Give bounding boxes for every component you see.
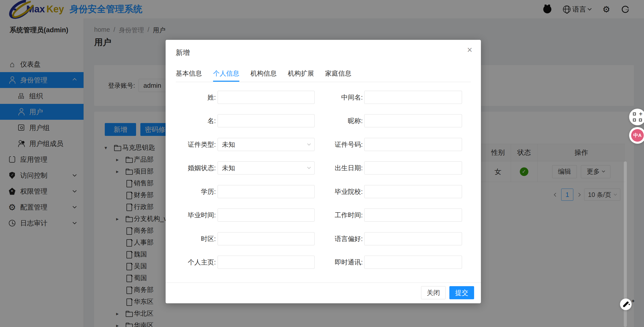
education-label: 学历:: [171, 187, 216, 196]
chevron-down-icon: [307, 142, 311, 145]
instant-messaging-input[interactable]: [365, 256, 462, 269]
id-number-label: 证件号码:: [317, 140, 363, 149]
tab-family-info[interactable]: 家庭信息: [325, 66, 351, 82]
first-name-input[interactable]: [218, 114, 314, 127]
work-start-label: 工作时间:: [317, 211, 363, 220]
modal-header: 新增 ×: [166, 40, 481, 65]
modal-title: 新增: [176, 48, 190, 57]
graduate-date-label: 毕业时间:: [171, 211, 216, 220]
marital-status-select[interactable]: 未知: [218, 162, 314, 174]
birth-date-label: 出生日期:: [317, 164, 363, 172]
tab-basic-info[interactable]: 基本信息: [176, 66, 202, 82]
apps-sparkle-icon: +: [633, 112, 642, 122]
graduate-school-label: 毕业院校:: [317, 187, 363, 196]
id-type-select[interactable]: 未知: [218, 138, 314, 151]
nickname-input[interactable]: [365, 114, 462, 127]
form-row: 婚姻状态: 未知 出生日期:: [166, 161, 481, 174]
add-user-modal: 新增 × 基本信息 个人信息 机构信息 机构扩展 家庭信息 姓: 中间名: 名:…: [166, 40, 481, 303]
education-input[interactable]: [218, 185, 314, 198]
middle-name-label: 中间名:: [317, 93, 363, 102]
close-icon[interactable]: ×: [467, 45, 472, 54]
form-row: 个人主页: 即时通讯:: [166, 256, 481, 269]
translate-button[interactable]: 中A: [629, 127, 644, 144]
last-name-label: 姓:: [171, 93, 216, 102]
form-row: 时区: 语言偏好:: [166, 232, 481, 245]
id-type-label: 证件类型:: [171, 140, 216, 149]
modal-submit-button[interactable]: 提交: [449, 286, 474, 299]
graduate-school-input[interactable]: [365, 185, 462, 198]
form-row: 姓: 中间名:: [166, 91, 481, 104]
form-row: 毕业时间: 工作时间:: [166, 209, 481, 222]
id-number-input[interactable]: [365, 138, 462, 151]
modal-close-button[interactable]: 关闭: [421, 286, 446, 299]
last-name-input[interactable]: [218, 91, 314, 104]
locale-input[interactable]: [365, 232, 462, 245]
form-row: 证件类型: 未知 证件号码:: [166, 138, 481, 151]
tab-org-extension[interactable]: 机构扩展: [288, 66, 314, 82]
nickname-label: 昵称:: [317, 116, 363, 125]
first-name-label: 名:: [171, 116, 216, 125]
homepage-label: 个人主页:: [171, 258, 216, 267]
instant-messaging-label: 即时通讯:: [317, 258, 363, 267]
form-row: 学历: 毕业院校:: [166, 185, 481, 198]
translate-icon: 中A: [631, 129, 644, 142]
magic-wand-icon: ++: [621, 300, 630, 309]
homepage-input[interactable]: [218, 256, 314, 269]
quick-apps-button[interactable]: +: [629, 109, 644, 125]
birth-date-input[interactable]: [365, 162, 462, 174]
tab-personal-info[interactable]: 个人信息: [213, 66, 239, 82]
form-row: 名: 昵称:: [166, 114, 481, 127]
locale-label: 语言偏好:: [317, 234, 363, 243]
work-start-input[interactable]: [365, 209, 462, 221]
theme-wand-button[interactable]: ++: [620, 299, 632, 310]
graduate-date-input[interactable]: [218, 209, 314, 221]
timezone-input[interactable]: [218, 232, 314, 245]
modal-footer: 关闭 提交: [166, 282, 481, 303]
middle-name-input[interactable]: [365, 91, 462, 104]
tab-org-info[interactable]: 机构信息: [250, 66, 277, 82]
marital-status-label: 婚姻状态:: [171, 164, 216, 172]
chevron-down-icon: [307, 165, 311, 169]
timezone-label: 时区:: [171, 234, 216, 243]
modal-tabs: 基本信息 个人信息 机构信息 机构扩展 家庭信息: [176, 66, 471, 82]
